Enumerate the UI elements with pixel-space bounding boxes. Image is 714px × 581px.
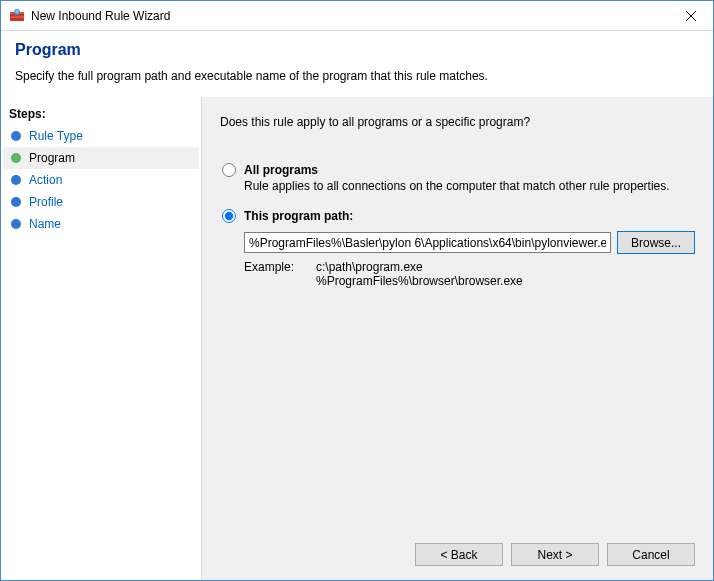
sidebar-item-name[interactable]: Name <box>3 213 199 235</box>
body: Steps: Rule Type Program Action Profile … <box>1 97 713 580</box>
firewall-icon <box>9 8 25 24</box>
svg-rect-2 <box>10 16 24 18</box>
option-all-label: All programs <box>244 163 318 177</box>
radio-program-path[interactable] <box>222 209 236 223</box>
browse-button[interactable]: Browse... <box>617 231 695 254</box>
sidebar-item-label: Rule Type <box>29 129 83 143</box>
sidebar-item-program[interactable]: Program <box>3 147 199 169</box>
option-program-path: This program path: Browse... Example: c:… <box>220 209 695 288</box>
example-1: c:\path\program.exe <box>316 260 523 274</box>
sidebar-item-profile[interactable]: Profile <box>3 191 199 213</box>
bullet-icon <box>11 153 21 163</box>
option-all-row[interactable]: All programs <box>220 163 695 177</box>
program-path-input[interactable] <box>244 232 611 253</box>
window-title: New Inbound Rule Wizard <box>31 9 668 23</box>
sidebar: Steps: Rule Type Program Action Profile … <box>1 97 201 580</box>
back-button[interactable]: < Back <box>415 543 503 566</box>
sidebar-item-action[interactable]: Action <box>3 169 199 191</box>
question-label: Does this rule apply to all programs or … <box>220 115 695 129</box>
sidebar-item-label: Program <box>29 151 75 165</box>
sidebar-item-label: Action <box>29 173 62 187</box>
path-input-row: Browse... <box>244 231 695 254</box>
example-label: Example: <box>244 260 316 288</box>
steps-label: Steps: <box>3 103 199 125</box>
option-path-label: This program path: <box>244 209 353 223</box>
example-2: %ProgramFiles%\browser\browser.exe <box>316 274 523 288</box>
bullet-icon <box>11 131 21 141</box>
footer: < Back Next > Cancel <box>415 543 695 566</box>
sidebar-item-rule-type[interactable]: Rule Type <box>3 125 199 147</box>
option-all-desc: Rule applies to all connections on the c… <box>244 179 695 193</box>
example-values: c:\path\program.exe %ProgramFiles%\brows… <box>316 260 523 288</box>
main-panel: Does this rule apply to all programs or … <box>201 97 713 580</box>
page-title: Program <box>15 41 699 59</box>
header: Program Specify the full program path an… <box>1 31 713 97</box>
radio-all-programs[interactable] <box>222 163 236 177</box>
bullet-icon <box>11 219 21 229</box>
example-row: Example: c:\path\program.exe %ProgramFil… <box>244 260 695 288</box>
sidebar-item-label: Name <box>29 217 61 231</box>
cancel-button[interactable]: Cancel <box>607 543 695 566</box>
titlebar: New Inbound Rule Wizard <box>1 1 713 31</box>
next-button[interactable]: Next > <box>511 543 599 566</box>
option-all-programs: All programs Rule applies to all connect… <box>220 163 695 193</box>
sidebar-item-label: Profile <box>29 195 63 209</box>
page-subtitle: Specify the full program path and execut… <box>15 69 699 83</box>
close-button[interactable] <box>668 1 713 30</box>
option-path-row[interactable]: This program path: <box>220 209 695 223</box>
bullet-icon <box>11 197 21 207</box>
svg-point-4 <box>15 9 19 13</box>
wizard-window: New Inbound Rule Wizard Program Specify … <box>0 0 714 581</box>
bullet-icon <box>11 175 21 185</box>
